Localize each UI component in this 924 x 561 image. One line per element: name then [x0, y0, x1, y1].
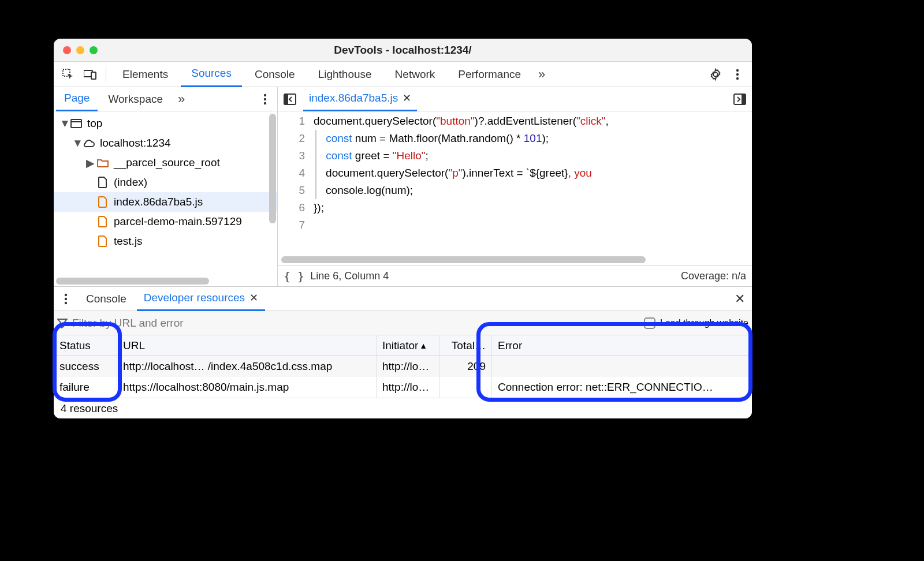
file-tree: ▼ top ▼ localhost:1234 ▶ __parcel_source…	[54, 111, 277, 276]
tree-file-bundle[interactable]: index.86da7ba5.js	[54, 192, 277, 212]
navigator-tabs: Page Workspace »	[54, 87, 277, 111]
code-body[interactable]: document.querySelector("button")?.addEve…	[314, 111, 752, 255]
more-tabs-chevron-icon[interactable]: »	[534, 67, 550, 82]
editor-hscrollbar[interactable]	[281, 256, 748, 263]
main-tabstrip: Elements Sources Console Lighthouse Netw…	[54, 62, 752, 87]
close-drawer-icon[interactable]: ✕	[730, 290, 750, 308]
tab-lighthouse[interactable]: Lighthouse	[308, 62, 382, 87]
tree-file-test[interactable]: test.js	[54, 231, 277, 251]
col-status[interactable]: Status	[54, 335, 117, 356]
table-header-row: Status URL Initiator▲ Total… Error	[54, 335, 752, 356]
svg-point-5	[736, 77, 739, 79]
navtab-workspace[interactable]: Workspace	[100, 87, 171, 111]
tab-console[interactable]: Console	[244, 62, 305, 87]
cell-url: https://localhost:8080/main.js.map	[117, 377, 377, 398]
close-window-button[interactable]	[63, 46, 71, 54]
devres-table: Status URL Initiator▲ Total… Error succe…	[54, 335, 752, 398]
cell-error	[492, 356, 752, 377]
tab-performance[interactable]: Performance	[448, 62, 531, 87]
svg-point-3	[736, 69, 739, 71]
drawer-panel: Console Developer resources ✕ ✕ Filter b…	[54, 286, 752, 418]
titlebar: DevTools - localhost:1234/	[54, 39, 752, 62]
drawer-tab-console[interactable]: Console	[79, 287, 133, 311]
pretty-print-icon[interactable]: { }	[284, 270, 304, 283]
tab-network[interactable]: Network	[385, 62, 446, 87]
cell-status: success	[54, 356, 117, 377]
code-editor[interactable]: 1 2 3 4 5 6 7 document.querySelector("bu…	[278, 111, 752, 255]
table-row[interactable]: failure https://localhost:8080/main.js.m…	[54, 377, 752, 398]
js-file-icon	[96, 196, 109, 208]
svg-point-8	[264, 102, 266, 104]
editor-pane: index.86da7ba5.js ✕ 1 2 3 4 5 6 7	[278, 87, 752, 286]
devres-filterbar: Filter by URL and error Load through web…	[54, 311, 752, 335]
settings-gear-icon[interactable]	[706, 66, 725, 83]
cloud-icon	[83, 137, 95, 149]
cell-url: http://localhost… /index.4a508c1d.css.ma…	[117, 356, 377, 377]
folder-icon	[96, 156, 109, 169]
line-gutter: 1 2 3 4 5 6 7	[278, 111, 314, 255]
tab-sources[interactable]: Sources	[181, 62, 242, 87]
drawer-tabstrip: Console Developer resources ✕ ✕	[54, 287, 752, 311]
navtab-page[interactable]: Page	[56, 87, 98, 111]
show-debugger-icon[interactable]	[730, 91, 750, 108]
device-toggle-icon[interactable]	[80, 66, 100, 83]
svg-point-16	[65, 297, 67, 300]
minimize-window-button[interactable]	[76, 46, 84, 54]
js-file-icon	[96, 235, 109, 248]
svg-point-4	[736, 73, 739, 75]
tree-origin[interactable]: ▼ localhost:1234	[54, 133, 277, 153]
drawer-kebab-icon[interactable]	[56, 290, 76, 308]
file-icon	[96, 176, 109, 189]
cursor-position: Line 6, Column 4	[310, 270, 389, 282]
editor-statusbar: { } Line 6, Column 4 Coverage: n/a	[278, 265, 752, 286]
filter-input[interactable]: Filter by URL and error	[57, 317, 639, 330]
cell-total	[440, 377, 492, 398]
devtools-window: DevTools - localhost:1234/ Elements Sour…	[54, 39, 752, 418]
traffic-lights	[54, 46, 98, 54]
table-row[interactable]: success http://localhost… /index.4a508c1…	[54, 356, 752, 377]
tree-top-label: top	[87, 117, 102, 130]
scrollbar-thumb[interactable]	[269, 114, 276, 223]
coverage-status: Coverage: n/a	[681, 270, 746, 282]
load-through-toggle[interactable]: Load through website	[644, 317, 748, 329]
file-tab-active[interactable]: index.86da7ba5.js ✕	[303, 87, 417, 111]
tree-origin-label: localhost:1234	[100, 137, 171, 149]
zoom-window-button[interactable]	[90, 46, 98, 54]
navigator-kebab-icon[interactable]	[255, 91, 275, 108]
load-through-label: Load through website	[660, 318, 748, 328]
svg-point-7	[264, 98, 266, 100]
close-drawer-tab-icon[interactable]: ✕	[249, 291, 258, 304]
col-initiator[interactable]: Initiator▲	[377, 335, 440, 356]
drawer-tab-devresources[interactable]: Developer resources ✕	[137, 287, 265, 311]
window-frame-icon	[70, 117, 83, 130]
svg-rect-9	[71, 119, 81, 128]
tree-folder-label: __parcel_source_root	[114, 156, 220, 169]
cell-error: Connection error: net::ERR_CONNECTIO…	[492, 377, 752, 398]
svg-rect-12	[284, 94, 288, 104]
cell-total: 209	[440, 356, 492, 377]
drawer-tab-devresources-label: Developer resources	[144, 291, 245, 304]
show-navigator-icon[interactable]	[280, 91, 300, 108]
cell-status: failure	[54, 377, 117, 398]
js-file-icon	[96, 215, 109, 228]
filter-placeholder: Filter by URL and error	[72, 317, 184, 330]
col-error[interactable]: Error	[492, 335, 752, 356]
filter-icon	[57, 318, 68, 328]
tree-file-demo[interactable]: parcel-demo-main.597129	[54, 212, 277, 231]
sort-asc-icon: ▲	[418, 341, 427, 350]
col-url[interactable]: URL	[117, 335, 377, 356]
file-tab-label: index.86da7ba5.js	[309, 92, 398, 104]
kebab-menu-icon[interactable]	[728, 66, 747, 83]
col-total[interactable]: Total…	[440, 335, 492, 356]
tree-file-index[interactable]: (index)	[54, 173, 277, 192]
inspect-element-icon[interactable]	[58, 66, 78, 83]
svg-point-17	[65, 301, 67, 304]
checkbox-icon[interactable]	[644, 317, 655, 329]
window-title: DevTools - localhost:1234/	[54, 44, 752, 57]
close-tab-icon[interactable]: ✕	[403, 92, 411, 104]
tree-folder[interactable]: ▶ __parcel_source_root	[54, 153, 277, 173]
tab-elements[interactable]: Elements	[112, 62, 178, 87]
navigator-hscrollbar[interactable]	[56, 278, 275, 285]
tree-top[interactable]: ▼ top	[54, 114, 277, 133]
navigator-more-chevron-icon[interactable]: »	[173, 92, 189, 107]
